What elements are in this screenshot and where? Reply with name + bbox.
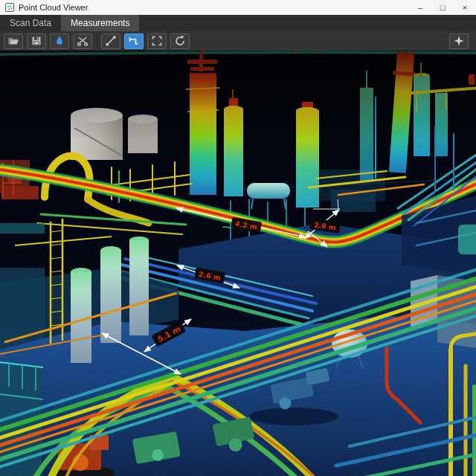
titlebar: Point Cloud Viewer – □ × xyxy=(0,0,476,15)
save-button[interactable] xyxy=(27,33,46,49)
scissors-icon xyxy=(77,35,89,47)
navigate-icon xyxy=(453,35,465,47)
open-button[interactable] xyxy=(4,33,23,49)
minimize-button[interactable]: – xyxy=(409,0,431,15)
folder-open-icon xyxy=(7,35,19,47)
close-button[interactable]: × xyxy=(454,0,476,15)
plumb-bob-icon xyxy=(54,35,65,47)
measure-dimension-icon xyxy=(128,35,140,47)
toolbar xyxy=(0,31,476,51)
refresh-icon xyxy=(174,35,186,47)
point-cloud-scene: 4.2 m 2.8 m 2.6 m 5.1 m xyxy=(0,51,476,476)
toolbar-separator xyxy=(97,34,97,48)
navigate-button[interactable] xyxy=(449,33,469,49)
scissors-button[interactable] xyxy=(73,33,92,49)
fit-view-button[interactable] xyxy=(147,33,167,49)
tab-bar: Scan Data Measurements xyxy=(0,15,476,31)
measure-distance-icon xyxy=(105,35,117,47)
top-vignette xyxy=(0,51,476,140)
viewport[interactable]: 4.2 m 2.8 m 2.6 m 5.1 m xyxy=(0,51,476,476)
maximize-button[interactable]: □ xyxy=(431,0,454,15)
app-icon xyxy=(5,3,14,12)
measure-dimension-button[interactable] xyxy=(124,33,144,49)
measure-distance-button[interactable] xyxy=(101,33,120,49)
tab-scan-data[interactable]: Scan Data xyxy=(0,15,61,31)
tab-measurements[interactable]: Measurements xyxy=(61,15,139,31)
refresh-button[interactable] xyxy=(170,33,190,49)
fit-view-icon xyxy=(151,35,163,47)
save-icon xyxy=(30,35,42,47)
plumb-bob-button[interactable] xyxy=(50,33,69,49)
window-title: Point Cloud Viewer xyxy=(19,3,409,12)
